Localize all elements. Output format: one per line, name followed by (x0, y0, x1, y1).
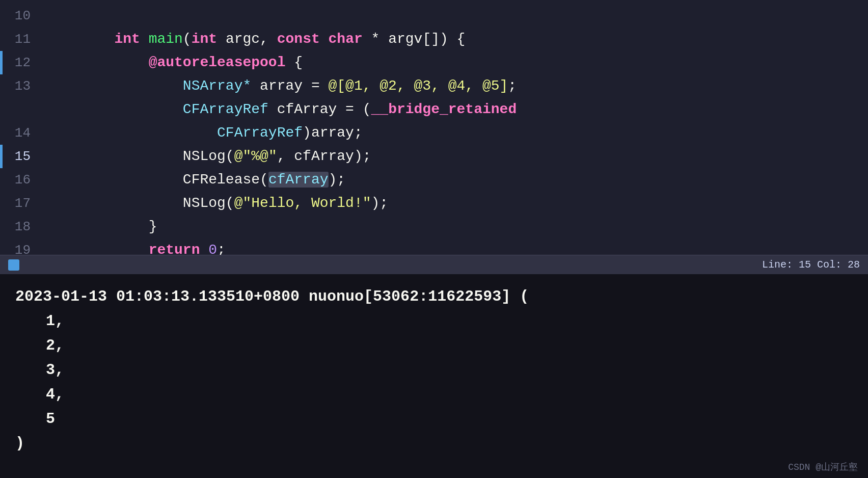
code-line-10: 10 int main(int argc, const char * argv[… (0, 4, 868, 28)
console-output: 2023-01-13 01:03:13.133510+0800 nuonuo[5… (15, 284, 853, 456)
code-line-18: 18 return 0; (0, 215, 868, 238)
line-content: } (41, 238, 868, 255)
editor-area: 10 int main(int argc, const char * argv[… (0, 0, 868, 255)
code-line-19: 19 } (0, 238, 868, 255)
console-closing: ) (15, 431, 853, 456)
console-header: 2023-01-13 01:03:13.133510+0800 nuonuo[5… (15, 284, 853, 309)
line-number: 12 (0, 51, 41, 74)
console-item-1: 1, (15, 309, 853, 333)
code-line-15: 15 CFRelease(cfArray); (0, 145, 868, 168)
line-number: 18 (0, 215, 41, 238)
watermark: CSDN @山河丘壑 (788, 461, 858, 473)
code-line-12: 12 NSArray* array = @[@1, @2, @3, @4, @5… (0, 51, 868, 74)
code-line-17: 17 } (0, 192, 868, 215)
line-number: 17 (0, 192, 41, 215)
status-left (8, 259, 19, 271)
line-number: 10 (0, 4, 41, 28)
console-item-5: 5 (15, 407, 853, 431)
status-bar: Line: 15 Col: 28 (0, 255, 868, 274)
line-number: 19 (0, 238, 41, 255)
line-number: 16 (0, 168, 41, 192)
cursor-position: Line: 15 Col: 28 (762, 259, 860, 271)
console-item-4: 4, (15, 382, 853, 407)
blue-indicator (8, 259, 19, 271)
code-line-16: 16 NSLog(@"Hello, World!"); (0, 168, 868, 192)
console-item-3: 3, (15, 358, 853, 382)
code-lines: 10 int main(int argc, const char * argv[… (0, 0, 868, 255)
console-item-2: 2, (15, 333, 853, 358)
line-number: 13 (0, 74, 41, 98)
console-area: 2023-01-13 01:03:13.133510+0800 nuonuo[5… (0, 274, 868, 478)
code-line-13: 13 CFArrayRef cfArray = (__bridge_retain… (0, 74, 868, 98)
code-line-13-cont: CFArrayRef)array; (0, 98, 868, 121)
code-line-14: 14 NSLog(@"%@", cfArray); (0, 121, 868, 145)
line-number: 14 (0, 121, 41, 145)
line-number: 11 (0, 28, 41, 51)
code-line-11: 11 @autoreleasepool { (0, 28, 868, 51)
line-number: 15 (0, 145, 41, 168)
